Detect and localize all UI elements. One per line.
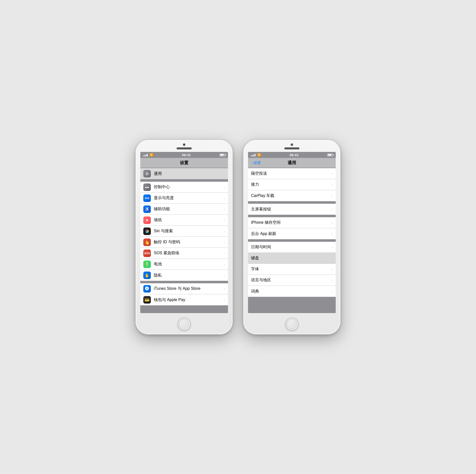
- list-item-general[interactable]: ⚙ 通用 ›: [140, 168, 228, 179]
- chevron-itunes: ›: [224, 287, 225, 291]
- home-button-2[interactable]: [285, 318, 298, 331]
- chevron-bgrefresh: ›: [331, 232, 333, 236]
- list-group-1-1: ⚙ 通用 ›: [140, 168, 228, 179]
- wallet-icon: 💳: [143, 296, 151, 304]
- phone-top-1: [136, 140, 232, 149]
- list-item-language[interactable]: 语言与地区 ›: [248, 275, 336, 286]
- home-button-1[interactable]: [178, 318, 191, 331]
- chevron-handoff: ›: [331, 183, 333, 187]
- list-item-access[interactable]: ♿ 辅助功能 ›: [140, 204, 228, 215]
- chevron-wallpaper: ›: [224, 218, 225, 222]
- list-item-privacy[interactable]: ✋ 隐私 ›: [140, 270, 228, 281]
- list-item-wallet[interactable]: 💳 钱包与 Apple Pay ›: [140, 294, 228, 305]
- status-time-1: 09:41: [182, 153, 191, 157]
- item-label-display: 显示与亮度: [154, 195, 224, 201]
- status-right-2: [327, 154, 333, 156]
- chevron-airdrop: ›: [331, 172, 333, 176]
- wifi-icon-1: 🛜: [150, 153, 153, 157]
- item-label-language: 语言与地区: [251, 278, 331, 283]
- list-item-siri[interactable]: Siri 与搜索 ›: [140, 226, 228, 237]
- signal-bar-2-4: [255, 154, 256, 156]
- nav-bar-1: 设置: [140, 158, 228, 168]
- screen-1: 🛜 09:41 设置 ⚙ 通用 ›: [140, 152, 228, 313]
- chevron-access: ›: [224, 207, 225, 211]
- list-item-touchid[interactable]: 👆 触控 ID 与密码 ›: [140, 237, 228, 248]
- chevron-datetime: ›: [331, 245, 333, 249]
- item-label-keyboard: 键盘: [251, 256, 331, 261]
- chevron-carplay: ›: [331, 194, 333, 198]
- item-label-datetime: 日期与时间: [251, 245, 331, 250]
- gap2-1: [248, 202, 336, 204]
- item-label-handoff: 接力: [251, 182, 331, 187]
- list-item-font[interactable]: 字体 ›: [248, 264, 336, 275]
- list-item-itunes[interactable]: 🅐 iTunes Store 与 App Store ›: [140, 283, 228, 294]
- itunes-icon: 🅐: [143, 285, 151, 293]
- list-item-bgrefresh[interactable]: 后台 App 刷新 ›: [248, 228, 336, 239]
- chevron-keyboard: ›: [331, 256, 333, 260]
- nav-back-label: 设置: [254, 161, 261, 165]
- signal-bar-2-3: [254, 154, 254, 156]
- status-bar-2: 🛜 09:41: [248, 152, 336, 158]
- signal-bar-2-2: [252, 155, 253, 156]
- list-item-sos[interactable]: SOS SOS 紧急联络 ›: [140, 248, 228, 259]
- chevron-siri: ›: [224, 229, 225, 233]
- list-item-handoff[interactable]: 接力 ›: [248, 179, 336, 190]
- chevron-homebutton: ›: [331, 207, 333, 211]
- list-item-carplay[interactable]: CarPlay 车载 ›: [248, 190, 336, 201]
- chevron-touchid: ›: [224, 240, 225, 244]
- signal-bars-2: [251, 153, 256, 156]
- list-item-homebutton[interactable]: 主屏幕按钮 ›: [248, 204, 336, 215]
- phone-1: 🛜 09:41 设置 ⚙ 通用 ›: [135, 139, 233, 335]
- list-item-wallpaper[interactable]: ❋ 墙纸 ›: [140, 215, 228, 226]
- list-item-battery[interactable]: 🔋 电池 ›: [140, 259, 228, 270]
- list-1[interactable]: ⚙ 通用 › ●● 控制中心 › AA 显示与亮度 ›: [140, 168, 228, 313]
- gap-3: [140, 306, 228, 313]
- home-button-inner-1: [179, 319, 189, 329]
- touchid-icon: 👆: [143, 239, 151, 246]
- signal-bar-2-1: [251, 155, 252, 156]
- list-item-storage[interactable]: iPhone 储存空间 ›: [248, 217, 336, 228]
- list-2[interactable]: 隔空投送 › 接力 › CarPlay 车载 › 主屏幕按钮 ›: [248, 168, 336, 313]
- item-label-homebutton: 主屏幕按钮: [251, 207, 331, 212]
- list-item-datetime[interactable]: 日期与时间 ›: [248, 242, 336, 253]
- list-item-keyboard[interactable]: 键盘 ›: [248, 253, 336, 264]
- item-label-bgrefresh: 后台 App 刷新: [251, 231, 331, 236]
- screen-2: 🛜 09:41 ‹ 设置 通用 隔空: [248, 152, 336, 313]
- item-label-siri: Siri 与搜索: [154, 228, 224, 234]
- chevron-wallet: ›: [224, 298, 225, 302]
- battery-fill-1: [220, 154, 224, 156]
- chevron-cc: ›: [224, 185, 225, 189]
- battery-icon-2: [327, 154, 333, 156]
- list-item-airdrop[interactable]: 隔空投送 ›: [248, 168, 336, 179]
- list-item-cc[interactable]: ●● 控制中心 ›: [140, 182, 228, 193]
- list-group-1-3: 🅐 iTunes Store 与 App Store › 💳 钱包与 Apple…: [140, 283, 228, 305]
- phone-2: 🛜 09:41 ‹ 设置 通用 隔空: [243, 139, 341, 335]
- list-item-dictionary[interactable]: 词典 ›: [248, 286, 336, 297]
- item-label-access: 辅助功能: [154, 206, 224, 212]
- gap-2: [140, 281, 228, 283]
- status-bar-1: 🛜 09:41: [140, 152, 228, 158]
- item-label-wallet: 钱包与 Apple Pay: [154, 297, 224, 303]
- gap2-3: [248, 240, 336, 242]
- gear-icon: ⚙: [143, 170, 151, 177]
- status-time-2: 09:41: [290, 153, 299, 157]
- item-label-privacy: 隐私: [154, 273, 224, 278]
- nav-title-2: 通用: [288, 160, 296, 166]
- item-label-battery: 电池: [154, 262, 224, 267]
- list-group-2-2: 主屏幕按钮 ›: [248, 204, 336, 215]
- chevron-privacy: ›: [224, 273, 225, 277]
- signal-bars-1: [143, 153, 148, 156]
- status-left-2: 🛜: [251, 153, 261, 157]
- display-icon: AA: [143, 194, 151, 202]
- camera-1: [183, 143, 185, 146]
- battery-icon-1: [219, 154, 225, 156]
- item-label-cc: 控制中心: [154, 184, 224, 190]
- nav-with-back: ‹ 设置 通用: [252, 160, 332, 166]
- battery-icon: 🔋: [143, 261, 151, 268]
- list-item-display[interactable]: AA 显示与亮度 ›: [140, 193, 228, 204]
- battery-fill-2: [328, 154, 331, 156]
- gap2-4: [248, 297, 336, 304]
- phone-top-2: [244, 140, 340, 149]
- nav-back-button[interactable]: ‹ 设置: [252, 161, 261, 165]
- signal-bar-2: [145, 155, 145, 156]
